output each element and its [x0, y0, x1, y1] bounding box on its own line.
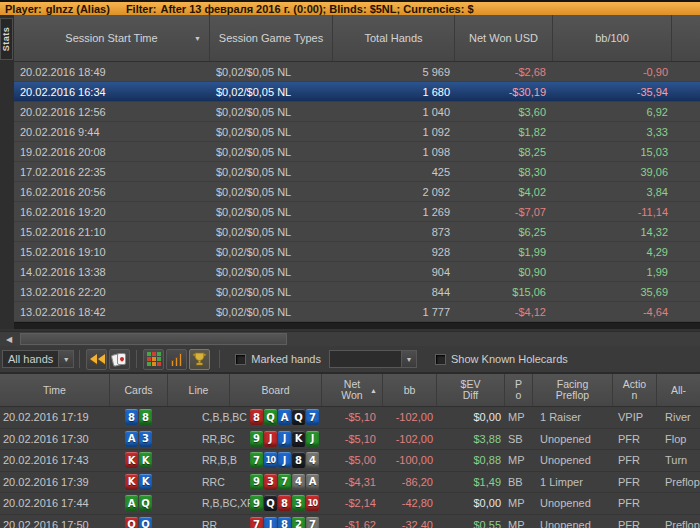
card-chip: Q: [139, 495, 152, 511]
card-chip: K: [292, 431, 305, 447]
hand-allin-street: River: [657, 411, 700, 423]
chevron-down-icon[interactable]: ▼: [194, 35, 201, 42]
hand-preflop-action: PFR: [613, 433, 657, 445]
session-column-header[interactable]: Total Hands: [333, 15, 455, 61]
hand-row[interactable]: 20.02.2016 17:44AQR,B,BC,XF9Q8310-$2,14-…: [0, 493, 700, 515]
session-row[interactable]: 17.02.2016 22:35$0,02/$0,05 NL425$8,3039…: [14, 162, 700, 182]
card-chip: 9: [250, 495, 263, 511]
card-chip: 8: [278, 517, 291, 528]
hand-column-header[interactable]: FacingPreflop: [533, 374, 613, 406]
session-row[interactable]: 19.02.2016 20:08$0,02/$0,05 NL1 098$8,25…: [14, 142, 700, 162]
marked-hands-checkbox[interactable]: [235, 354, 246, 365]
replay-button[interactable]: [86, 349, 107, 370]
session-column-header[interactable]: Session Start Time▼: [14, 15, 210, 61]
card-chip: Q: [292, 409, 305, 425]
hand-row[interactable]: 20.02.2016 17:50QQRR7J827-$1,62-32,40$0,…: [0, 515, 700, 528]
hole-cards: KK: [110, 452, 168, 468]
session-row[interactable]: 15.02.2016 19:10$0,02/$0,05 NL928$1,994,…: [14, 242, 700, 262]
session-start-time: 17.02.2016 22:35: [14, 166, 210, 178]
session-column-header[interactable]: bb/100: [553, 15, 672, 61]
hand-column-header[interactable]: Board: [230, 374, 322, 406]
hole-cards: 88: [110, 409, 168, 425]
session-row[interactable]: 13.02.2016 18:42$0,02/$0,05 NL1 777-$4,1…: [14, 302, 700, 322]
hand-column-header[interactable]: Line: [168, 374, 230, 406]
hand-row[interactable]: 20.02.2016 17:1988C,B,B,BC8QAQ7-$5,10-10…: [0, 407, 700, 429]
sessions-header-row: Session Start Time▼Session Game TypesTot…: [14, 15, 700, 62]
hand-row[interactable]: 20.02.2016 17:30A3RR,BC9JJKJ-$5,10-102,0…: [0, 429, 700, 451]
hand-column-header[interactable]: bb: [383, 374, 437, 406]
card-chip: Q: [264, 495, 277, 511]
session-row[interactable]: 16.02.2016 19:20$0,02/$0,05 NL1 269-$7,0…: [14, 202, 700, 222]
card-chip: A: [306, 474, 319, 490]
hand-column-header[interactable]: Cards: [110, 374, 168, 406]
session-total-hands: 904: [333, 266, 455, 278]
show-known-holecards-checkbox[interactable]: [435, 354, 446, 365]
session-bb100: 4,29: [553, 246, 672, 258]
hand-column-header[interactable]: Time: [0, 374, 110, 406]
hand-column-header[interactable]: NetWon▲: [322, 374, 383, 406]
hand-preflop-action: PFR: [613, 476, 657, 488]
hands-toolbar: All hands ▼ Marked hands: [0, 346, 700, 373]
card-chip: 4: [292, 474, 305, 490]
scrollbar-left-arrow-icon[interactable]: ◀: [2, 333, 16, 345]
sessions-table: Session Start Time▼Session Game TypesTot…: [14, 15, 700, 343]
card-chip: 7: [306, 517, 319, 528]
hand-net-won: -$5,10: [322, 433, 383, 445]
hand-position: MP: [505, 519, 533, 528]
hand-row[interactable]: 20.02.2016 17:43KKRR,B,B710J84-$5,00-100…: [0, 450, 700, 472]
session-row[interactable]: 16.02.2016 20:56$0,02/$0,05 NL2 092$4,02…: [14, 182, 700, 202]
filter-label: Filter:: [126, 3, 157, 15]
show-cards-button[interactable]: [109, 349, 130, 370]
grid-stats-button[interactable]: [143, 349, 164, 370]
hand-preflop-action: PFR: [613, 497, 657, 509]
marked-hands-filter-dropdown[interactable]: ▼: [329, 350, 417, 368]
session-start-time: 15.02.2016 21:10: [14, 226, 210, 238]
hand-column-header[interactable]: $EVDiff: [437, 374, 505, 406]
hand-bb: -100,00: [383, 454, 437, 466]
scrollbar-thumb[interactable]: [20, 333, 287, 345]
tourney-button[interactable]: [189, 349, 210, 370]
hand-net-won: -$1,62: [322, 519, 383, 528]
session-row[interactable]: 20.02.2016 12:56$0,02/$0,05 NL1 040$3,60…: [14, 102, 700, 122]
hands-table: TimeCardsLineBoardNetWon▲bb$EVDiffPoFaci…: [0, 373, 700, 528]
session-row[interactable]: 20.02.2016 16:34$0,02/$0,05 NL1 680-$30,…: [14, 82, 700, 102]
session-row[interactable]: 20.02.2016 18:49$0,02/$0,05 NL5 969-$2,6…: [14, 62, 700, 82]
hand-preflop-action: PFR: [613, 454, 657, 466]
session-start-time: 16.02.2016 20:56: [14, 186, 210, 198]
card-chip: 7: [278, 474, 291, 490]
hands-rows: 20.02.2016 17:1988C,B,B,BC8QAQ7-$5,10-10…: [0, 407, 700, 528]
scrollbar-track[interactable]: ◀: [0, 331, 700, 346]
session-row[interactable]: 13.02.2016 22:20$0,02/$0,05 NL844$15,063…: [14, 282, 700, 302]
hands-filter-dropdown[interactable]: All hands ▼: [2, 350, 74, 368]
session-total-hands: 1 092: [333, 126, 455, 138]
session-column-header-empty: [672, 15, 700, 61]
graph-button[interactable]: [166, 349, 187, 370]
session-column-header[interactable]: Session Game Types: [210, 15, 333, 61]
tab-stats[interactable]: Stats: [0, 18, 13, 60]
card-chip: 7: [250, 517, 263, 528]
hand-facing-preflop: Unopened: [533, 497, 613, 509]
chevron-down-icon[interactable]: ▼: [401, 350, 417, 368]
hand-bb: -102,00: [383, 433, 437, 445]
session-game-type: $0,02/$0,05 NL: [210, 226, 333, 238]
hand-row[interactable]: 20.02.2016 17:39KKRRC9374A-$4,31-86,20$1…: [0, 472, 700, 494]
session-net-won: $15,06: [455, 286, 553, 298]
hand-preflop-action: PFR: [613, 519, 657, 528]
session-column-header[interactable]: Net Won USD: [455, 15, 553, 61]
hand-position: BB: [505, 476, 533, 488]
session-row[interactable]: 15.02.2016 21:10$0,02/$0,05 NL873$6,2514…: [14, 222, 700, 242]
chevron-down-icon[interactable]: ▼: [58, 350, 74, 368]
hand-column-header[interactable]: All-: [657, 374, 700, 406]
session-net-won: $4,02: [455, 186, 553, 198]
hand-column-header[interactable]: Po: [505, 374, 533, 406]
card-chip: 9: [250, 431, 263, 447]
hand-column-header[interactable]: Action: [613, 374, 657, 406]
session-row[interactable]: 14.02.2016 13:38$0,02/$0,05 NL904$0,901,…: [14, 262, 700, 282]
session-total-hands: 873: [333, 226, 455, 238]
session-net-won: $1,82: [455, 126, 553, 138]
session-net-won: $6,25: [455, 226, 553, 238]
player-value: glnzz (Alias): [46, 3, 110, 15]
card-chip: A: [278, 409, 291, 425]
session-row[interactable]: 20.02.2016 9:44$0,02/$0,05 NL1 092$1,823…: [14, 122, 700, 142]
session-bb100: -4,64: [553, 306, 672, 318]
